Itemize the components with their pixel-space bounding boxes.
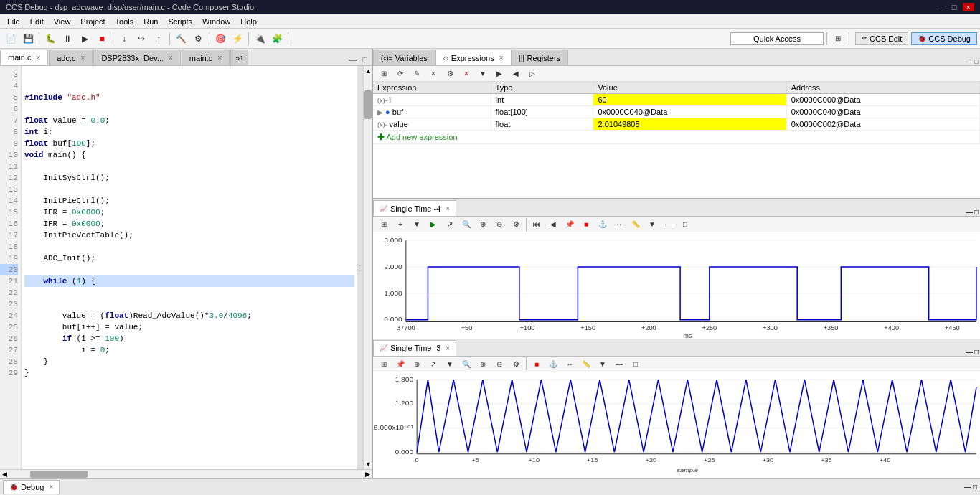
tab-overflow-btn[interactable]: »1 bbox=[230, 50, 248, 65]
editor-maximize-btn[interactable]: □ bbox=[359, 54, 370, 65]
h-scrollbar-thumb[interactable] bbox=[30, 471, 88, 478]
chart2-tb-12[interactable]: ↔ bbox=[562, 356, 578, 372]
chart2-minimize-btn[interactable]: — bbox=[966, 348, 973, 356]
vars-tb-btn-3[interactable]: ✎ bbox=[409, 66, 425, 82]
chart1-tb-10[interactable]: ⏮ bbox=[529, 217, 545, 232]
menu-file[interactable]: File bbox=[3, 16, 24, 27]
scrollbar-thumb[interactable] bbox=[364, 90, 372, 119]
var-row-buf[interactable]: ▶ ● buf float[100] 0x0000C040@Data 0x000… bbox=[373, 106, 980, 118]
menu-edit[interactable]: Edit bbox=[26, 16, 48, 27]
expressions-tab-close[interactable]: × bbox=[499, 54, 504, 62]
chart1-tb-12[interactable]: 📌 bbox=[562, 217, 578, 232]
chart1-tb-9[interactable]: ⚙ bbox=[508, 217, 524, 232]
chart2-tb-5[interactable]: ▼ bbox=[442, 356, 458, 372]
chart1-maximize-btn[interactable]: □ bbox=[974, 208, 979, 216]
chart2-tab-close[interactable]: × bbox=[446, 344, 450, 352]
perspective-icon-1[interactable]: ⊞ bbox=[830, 31, 846, 47]
debug-bar-expand[interactable]: □ bbox=[973, 483, 977, 491]
chart1-tb-13[interactable]: ■ bbox=[578, 217, 594, 232]
memory-btn[interactable]: 🧩 bbox=[269, 31, 285, 47]
chart1-tb-8[interactable]: ⊖ bbox=[491, 217, 507, 232]
vars-tb-btn-1[interactable]: ⊞ bbox=[376, 66, 392, 82]
chart1-tb-16[interactable]: 📏 bbox=[628, 217, 644, 232]
chart2-tb-16[interactable]: □ bbox=[628, 356, 644, 372]
maximize-btn[interactable]: □ bbox=[948, 3, 961, 11]
vertical-scrollbar[interactable]: ▲ ▼ bbox=[363, 66, 372, 469]
suspend-btn[interactable]: ⏸ bbox=[60, 31, 75, 47]
tab-variables[interactable]: (x)= Variables bbox=[373, 50, 435, 65]
terminate-btn[interactable]: ■ bbox=[94, 31, 110, 47]
tab-close-adc-c[interactable]: × bbox=[81, 54, 85, 62]
debug-tab[interactable]: 🐞 Debug × bbox=[3, 480, 60, 494]
new-file-btn[interactable]: 📄 bbox=[3, 31, 19, 47]
debug-btn[interactable]: 🐛 bbox=[42, 31, 58, 47]
close-btn[interactable]: × bbox=[963, 3, 974, 11]
debug-tab-close[interactable]: × bbox=[49, 483, 53, 491]
chart2-tb-6[interactable]: 🔍 bbox=[458, 356, 474, 372]
chart2-tb-2[interactable]: 📌 bbox=[392, 356, 408, 372]
scroll-right-btn[interactable]: ▶ bbox=[363, 471, 372, 478]
menu-run[interactable]: Run bbox=[139, 16, 162, 27]
save-btn[interactable]: 💾 bbox=[20, 31, 36, 47]
connect-btn[interactable]: 🔌 bbox=[252, 31, 268, 47]
scroll-left-btn[interactable]: ◀ bbox=[0, 471, 9, 478]
chart1-tb-5[interactable]: ↗ bbox=[442, 217, 458, 232]
step-over-btn[interactable]: ↪ bbox=[133, 31, 149, 47]
vars-tb-btn-7[interactable]: ▼ bbox=[475, 66, 491, 82]
editor-tab-dsp[interactable]: DSP2833x_Dev... × bbox=[93, 50, 180, 65]
chart2-tb-9[interactable]: ⚙ bbox=[508, 356, 524, 372]
tab-expressions[interactable]: ◇ Expressions × bbox=[435, 50, 512, 65]
chart2-tb-14[interactable]: ▼ bbox=[595, 356, 611, 372]
editor-minimize-btn[interactable]: — bbox=[346, 54, 359, 65]
vars-tb-btn-10[interactable]: ▷ bbox=[524, 66, 540, 82]
target-btn[interactable]: 🎯 bbox=[212, 31, 228, 47]
chart2-tb-11[interactable]: ⚓ bbox=[545, 356, 561, 372]
rebuild-btn[interactable]: ⚙ bbox=[190, 31, 206, 47]
menu-project[interactable]: Project bbox=[76, 16, 109, 27]
resume-btn[interactable]: ▶ bbox=[77, 31, 93, 47]
editor-tab-main-c[interactable]: main.c × bbox=[0, 50, 48, 65]
chart2-tb-1[interactable]: ⊞ bbox=[376, 356, 392, 372]
chart1-tab[interactable]: 📈 Single Time -4 × bbox=[373, 200, 456, 216]
vars-tb-btn-9[interactable]: ◀ bbox=[508, 66, 524, 82]
chart2-maximize-btn[interactable]: □ bbox=[974, 348, 979, 356]
editor-tab-main-c-2[interactable]: main.c × bbox=[182, 50, 230, 65]
chart1-tb-19[interactable]: □ bbox=[677, 217, 693, 232]
minimize-btn[interactable]: _ bbox=[935, 3, 946, 11]
menu-help[interactable]: Help bbox=[236, 16, 261, 27]
ccs-debug-button[interactable]: 🐞 CCS Debug bbox=[911, 32, 977, 45]
chart1-tb-14[interactable]: ⚓ bbox=[595, 217, 611, 232]
debug-bar-minimize[interactable]: — bbox=[964, 483, 971, 491]
scroll-down-btn[interactable]: ▼ bbox=[364, 459, 372, 469]
chart2-tb-7[interactable]: ⊕ bbox=[475, 356, 491, 372]
chart2-tb-3[interactable]: ⊕ bbox=[409, 356, 425, 372]
chart1-tb-18[interactable]: — bbox=[661, 217, 677, 232]
chart1-tb-7[interactable]: ⊕ bbox=[475, 217, 491, 232]
var-expr-buf[interactable]: ▶ ● buf bbox=[373, 106, 491, 118]
vars-tb-btn-6[interactable]: × bbox=[458, 66, 474, 82]
ccs-edit-button[interactable]: ✏ CCS Edit bbox=[855, 32, 908, 45]
step-return-btn[interactable]: ↑ bbox=[151, 31, 166, 47]
editor-tab-adc-c[interactable]: adc.c × bbox=[49, 50, 93, 65]
vars-minimize-btn[interactable]: — bbox=[966, 57, 973, 65]
build-btn[interactable]: 🔨 bbox=[173, 31, 189, 47]
menu-tools[interactable]: Tools bbox=[111, 16, 138, 27]
chart2-tb-8[interactable]: ⊖ bbox=[491, 356, 507, 372]
chart1-tb-4[interactable]: ▶ bbox=[425, 217, 441, 232]
flash-btn[interactable]: ⚡ bbox=[230, 31, 245, 47]
vars-maximize-btn[interactable]: □ bbox=[974, 57, 979, 65]
menu-window[interactable]: Window bbox=[198, 16, 235, 27]
chart1-tb-11[interactable]: ◀ bbox=[545, 217, 561, 232]
chart1-tb-15[interactable]: ↔ bbox=[611, 217, 627, 232]
chart2-tb-10[interactable]: ■ bbox=[529, 356, 545, 372]
chart2-tab[interactable]: 📈 Single Time -3 × bbox=[373, 340, 456, 356]
chart1-tb-2[interactable]: + bbox=[392, 217, 408, 232]
vars-tb-btn-5[interactable]: ⚙ bbox=[442, 66, 458, 82]
chart2-tb-13[interactable]: 📏 bbox=[578, 356, 594, 372]
var-row-i[interactable]: (x)- i int 60 0x0000C000@Data bbox=[373, 94, 980, 106]
vars-tb-btn-8[interactable]: ▶ bbox=[491, 66, 507, 82]
step-into-btn[interactable]: ↓ bbox=[116, 31, 132, 47]
menu-scripts[interactable]: Scripts bbox=[164, 16, 197, 27]
tab-close-main-c[interactable]: × bbox=[36, 54, 40, 62]
chart1-tb-1[interactable]: ⊞ bbox=[376, 217, 392, 232]
